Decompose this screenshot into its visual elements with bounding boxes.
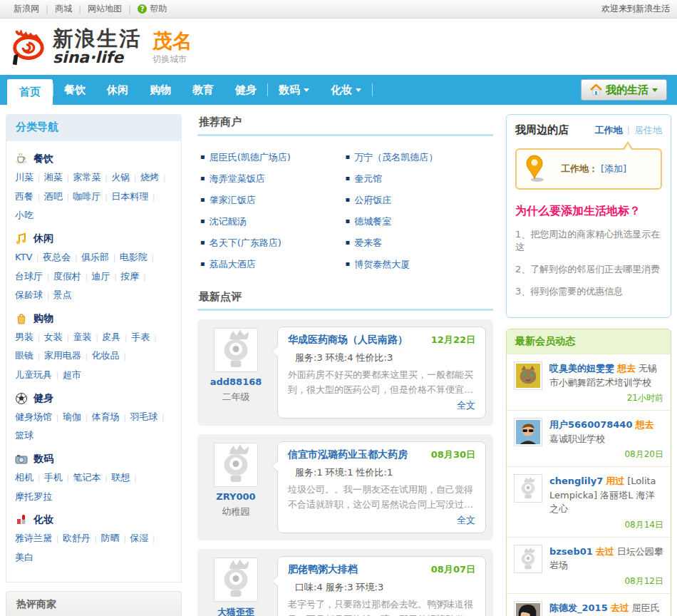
cat-link[interactable]: 美白 [15, 552, 33, 563]
merchant-link[interactable]: 博贺泰然大厦 [354, 259, 410, 270]
cat-link[interactable]: 西餐 [15, 191, 44, 202]
tab-workplace[interactable]: 工作地 [595, 124, 623, 137]
cat-link[interactable]: 摩托罗拉 [15, 491, 52, 502]
cat-link[interactable]: 皮具 [102, 332, 131, 342]
add-address-link[interactable]: [添加] [601, 163, 626, 175]
cat-link[interactable]: 日本料理 [111, 191, 159, 202]
cat-link[interactable]: 雅诗兰黛 [15, 533, 63, 543]
topbar-link-mall[interactable]: 商城 [48, 3, 78, 15]
topbar-link-sina[interactable]: 新浪网 [7, 3, 46, 15]
avatar[interactable] [514, 545, 542, 573]
merchant-link[interactable]: 肇家汇饭店 [210, 195, 256, 205]
cat-link[interactable]: 景点 [53, 289, 72, 300]
cat-link[interactable]: 保龄球 [15, 289, 53, 300]
merchant-link[interactable]: 沈记靓汤 [210, 216, 247, 227]
review-shop-link[interactable]: 信宜市泓璐药业玉都大药房 [288, 448, 408, 461]
nav-tab-leisure[interactable]: 休闲 [96, 75, 139, 105]
nav-tab-education[interactable]: 教育 [182, 75, 224, 105]
category-group-shopping: 购物 男装女装童装皮具手表眼镜家用电器化妆品儿童玩具超市 [15, 312, 172, 385]
nav-tab-shopping[interactable]: 购物 [139, 75, 182, 105]
avatar[interactable] [514, 418, 542, 446]
member-username[interactable]: chenglily7 [549, 476, 603, 486]
cat-link[interactable]: 女装 [44, 332, 73, 342]
cat-link[interactable]: 超市 [63, 369, 81, 380]
cat-link[interactable]: 羽毛球 [130, 411, 168, 422]
cat-link[interactable]: 保湿 [130, 533, 159, 543]
nav-tab-food[interactable]: 餐饮 [53, 75, 96, 105]
cat-link[interactable]: 迪厅 [92, 271, 121, 282]
merchant-link[interactable]: 荔晶大酒店 [210, 259, 256, 270]
topbar-link-sitemap[interactable]: 网站地图 [81, 3, 128, 15]
cat-link[interactable]: 咖啡厅 [73, 191, 112, 202]
cat-link[interactable]: 俱乐部 [81, 252, 120, 262]
topbar-link-help[interactable]: ? 帮助 [131, 3, 173, 15]
avatar[interactable] [514, 474, 542, 503]
cat-link[interactable]: 童装 [73, 332, 103, 342]
member-username[interactable]: 哎臭美的妞雯雯 [549, 363, 614, 374]
avatar[interactable] [214, 328, 258, 372]
cat-link[interactable]: 川菜 [15, 172, 44, 183]
cat-link[interactable]: KTV [15, 252, 43, 262]
cat-link[interactable]: 手机 [44, 472, 73, 483]
cat-link[interactable]: 眼镜 [15, 350, 44, 361]
avatar[interactable] [214, 443, 258, 487]
review-shop-link[interactable]: 华成医药商场（人民南路） [288, 334, 408, 346]
member-username[interactable]: bzseb01 [549, 546, 593, 557]
cat-link[interactable]: 烧烤 [140, 172, 170, 183]
cat-link[interactable]: 台球厅 [15, 271, 53, 282]
full-text-link[interactable]: 全文 [457, 515, 475, 525]
avatar[interactable] [214, 558, 258, 602]
cat-link[interactable]: 度假村 [53, 271, 92, 282]
cat-link[interactable]: 家用电器 [44, 350, 92, 361]
site-header: 新浪生活 sina·life 茂名 切换城市 [0, 19, 677, 75]
nav-tab-cosmetics[interactable]: 化妆 [320, 75, 372, 105]
reviewer-username[interactable]: 大猫歪歪 [217, 607, 254, 616]
cat-link[interactable]: 体育场 [92, 411, 130, 422]
nav-tab-fitness[interactable]: 健身 [224, 75, 267, 105]
cat-link[interactable]: 欧舒丹 [63, 533, 101, 543]
tab-residence[interactable]: 居住地 [634, 124, 662, 137]
avatar[interactable] [514, 361, 542, 390]
cat-link[interactable]: 男装 [15, 332, 44, 342]
cat-link[interactable]: 火锅 [111, 172, 140, 183]
cat-link[interactable]: 化妆品 [92, 350, 130, 361]
reviewer-username[interactable]: add88168 [210, 376, 262, 387]
nav-tab-home[interactable]: 首页 [7, 79, 53, 105]
cat-link[interactable]: 小吃 [15, 210, 33, 220]
cat-link[interactable]: 儿童玩具 [15, 369, 63, 380]
cat-link[interactable]: 防晒 [101, 533, 130, 543]
category-group-cosmetics: 化妆 雅诗兰黛欧舒丹防晒保湿美白 [15, 513, 172, 567]
merchant-link[interactable]: 万宁（茂名凯德店） [354, 152, 438, 163]
cat-link[interactable]: 瑜伽 [63, 411, 92, 422]
cat-link[interactable]: 篮球 [15, 430, 33, 441]
merchant-link[interactable]: 德城餐室 [354, 216, 391, 227]
cat-link[interactable]: 酒吧 [44, 191, 73, 202]
cat-link[interactable]: 按摩 [120, 271, 150, 282]
my-life-button[interactable]: 我的生活 [581, 79, 667, 101]
merchant-link[interactable]: 爱来客 [354, 237, 382, 248]
merchant-link[interactable]: 奎元馆 [354, 173, 382, 184]
merchant-link[interactable]: 名天下(广东路店) [210, 237, 281, 248]
feed-target-link[interactable]: 嘉诚职业学校 [549, 433, 605, 444]
full-text-link[interactable]: 全文 [457, 400, 475, 411]
member-username[interactable]: 陈德发_2015 [549, 602, 608, 613]
avatar[interactable] [514, 601, 542, 616]
cat-link[interactable]: 联想 [111, 472, 140, 483]
reviewer-username[interactable]: ZRY000 [216, 491, 255, 502]
cat-link[interactable]: 电影院 [120, 252, 158, 262]
cat-link[interactable]: 健身场馆 [15, 411, 63, 422]
nav-tab-digital[interactable]: 数码 [268, 75, 320, 105]
merchant-link[interactable]: 海弄堂菜饭店 [210, 173, 265, 184]
cat-link[interactable]: 手表 [131, 332, 160, 342]
review-shop-link[interactable]: 肥佬鸭粥大排档 [288, 563, 358, 576]
cat-link[interactable]: 笔记本 [73, 472, 112, 483]
site-logo[interactable]: 新浪生活 sina·life [7, 26, 141, 68]
cat-link[interactable]: 夜总会 [43, 252, 81, 262]
cat-link[interactable]: 相机 [15, 472, 44, 483]
merchant-link[interactable]: 屈臣氏(凯德广场店) [210, 152, 291, 163]
cat-link[interactable]: 湘菜 [44, 172, 73, 183]
switch-city-link[interactable]: 切换城市 [153, 53, 192, 66]
cat-link[interactable]: 家常菜 [73, 172, 112, 183]
merchant-link[interactable]: 公府饭庄 [354, 195, 391, 205]
member-username[interactable]: 用户5660078440 [549, 419, 632, 430]
